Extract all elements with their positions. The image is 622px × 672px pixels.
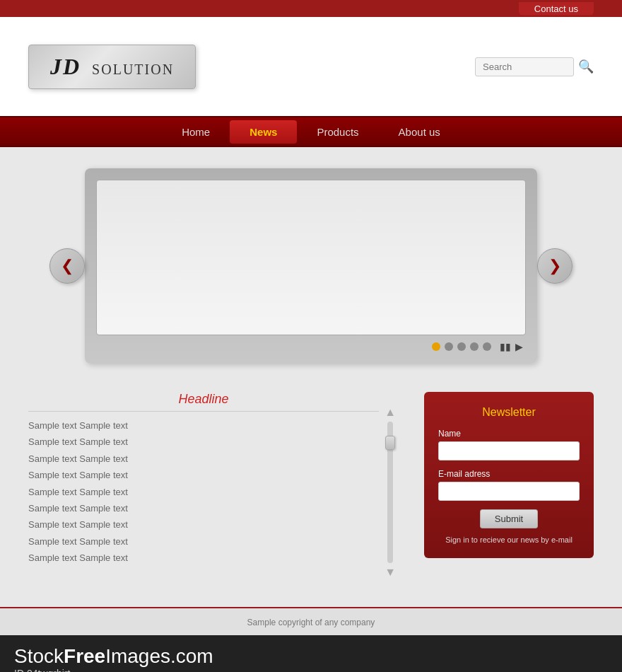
name-label: Name [438,429,580,439]
nav-item-products[interactable]: Products [297,120,378,144]
logo-jd: JD [50,54,81,79]
search-icon[interactable]: 🔍 [578,59,594,74]
sample-text: Sample text Sample text Sample text Samp… [28,417,379,567]
newsletter-title: Newsletter [438,406,580,419]
slider-next-button[interactable]: ❯ [537,248,573,284]
logo-solution: solution [92,57,174,79]
scrollbar-track[interactable] [387,422,393,563]
text-scroll-area: Headline Sample text Sample text Sample … [28,392,396,579]
slider-prev-button[interactable]: ❮ [49,248,85,284]
watermark-site: StockFreeImages.com [14,645,608,668]
slider-play-button[interactable]: ▶ [515,341,523,352]
watermark-prefix: Stock [14,645,64,667]
submit-button[interactable]: Submit [480,509,538,528]
slider-dot-2[interactable] [445,342,453,351]
text-line-1: Sample text Sample text [28,417,379,434]
email-label: E-mail adress [438,469,580,479]
scrollbar-thumb[interactable] [385,436,395,450]
text-line-5: Sample text Sample text [28,484,379,500]
search-input[interactable] [475,57,574,76]
nav-item-home[interactable]: Home [162,120,230,144]
text-content: Headline Sample text Sample text Sample … [28,392,379,567]
watermark-id: ID 04twqrhjrt [14,668,608,672]
search-area: 🔍 [475,57,594,76]
top-bar: Contact us [0,0,622,17]
bottom-section: Headline Sample text Sample text Sample … [28,392,594,579]
slider-inner [96,180,526,335]
slider-dot-1[interactable] [432,342,440,351]
watermark-bold: Free [64,645,105,667]
header: JD solution 🔍 [0,17,622,116]
text-line-2: Sample text Sample text [28,434,379,450]
newsletter-note: Sign in to recieve our news by e-mail [438,535,580,544]
scrollbar-area: ▲ ▼ [385,406,396,579]
contact-us-button[interactable]: Contact us [519,2,594,16]
name-input[interactable] [438,441,580,460]
email-input[interactable] [438,482,580,501]
slider-pause-button[interactable]: ▮▮ [500,341,511,352]
logo: JD solution [28,45,196,89]
footer-bar: Sample copyright of any company [0,607,622,635]
headline: Headline [28,392,379,412]
slider-dot-4[interactable] [470,342,479,351]
text-line-4: Sample text Sample text [28,467,379,483]
text-line-9: Sample text Sample text [28,550,379,566]
text-line-6: Sample text Sample text [28,500,379,516]
nav-bar: Home News Products About us [0,116,622,147]
slider-dot-3[interactable] [457,342,466,351]
text-line-3: Sample text Sample text [28,451,379,467]
slider-controls: ▮▮ ▶ [96,341,526,352]
scroll-up-arrow[interactable]: ▲ [385,406,396,419]
nav-item-news[interactable]: News [230,120,297,144]
slider-container: ▮▮ ▶ [85,168,537,364]
slider-dot-5[interactable] [483,342,491,351]
slider-wrapper: ❮ ▮▮ ▶ ❯ [28,168,594,364]
main-content: ❮ ▮▮ ▶ ❯ Headline Sample text Sample tex… [0,147,622,607]
text-line-8: Sample text Sample text [28,533,379,550]
text-line-7: Sample text Sample text [28,516,379,533]
newsletter-panel: Newsletter Name E-mail adress Submit Sig… [424,392,594,558]
footer-copyright: Sample copyright of any company [247,618,375,627]
watermark-footer: StockFreeImages.com ID 04twqrhjrt [0,635,622,672]
watermark-suffix: Images.com [105,645,213,667]
nav-item-about[interactable]: About us [379,120,460,144]
scroll-down-arrow[interactable]: ▼ [385,566,396,579]
